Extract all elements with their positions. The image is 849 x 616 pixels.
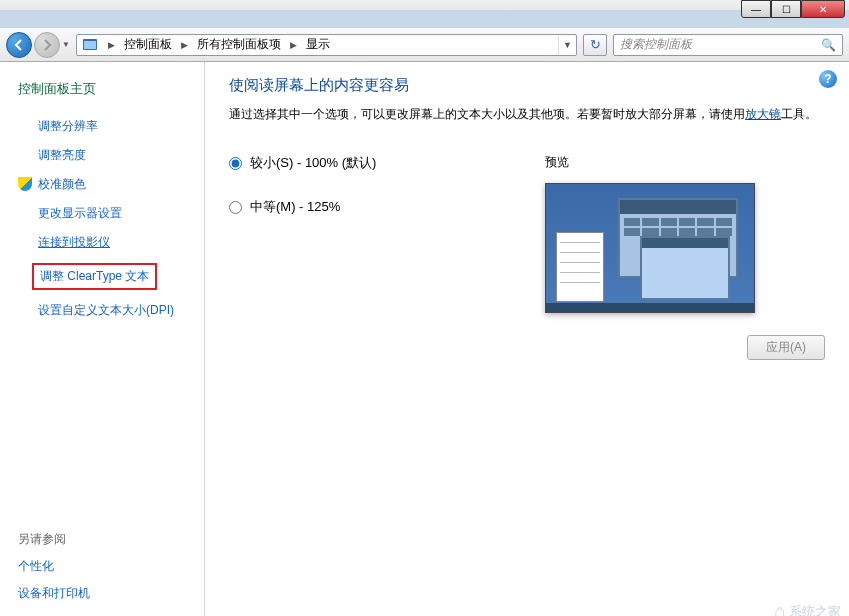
chevron-right-icon[interactable]: ▶	[176, 40, 193, 50]
refresh-button[interactable]: ↻	[583, 34, 607, 56]
address-bar[interactable]: ▶ 控制面板 ▶ 所有控制面板项 ▶ 显示 ▼	[76, 34, 577, 56]
preview-image	[545, 183, 755, 313]
sidebar-link-calibrate[interactable]: 校准颜色	[18, 176, 204, 193]
search-placeholder: 搜索控制面板	[620, 36, 821, 53]
chevron-right-icon[interactable]: ▶	[285, 40, 302, 50]
breadcrumb-item[interactable]: 控制面板	[120, 34, 176, 55]
see-also-devices[interactable]: 设备和打印机	[18, 585, 90, 602]
see-also-personalization[interactable]: 个性化	[18, 558, 90, 575]
watermark-logo-icon: ⌂	[774, 601, 785, 616]
apply-button[interactable]: 应用(A)	[747, 335, 825, 360]
breadcrumb: ▶ 控制面板 ▶ 所有控制面板项 ▶ 显示	[103, 34, 558, 55]
sidebar-link-display-settings[interactable]: 更改显示器设置	[18, 205, 204, 222]
chevron-right-icon[interactable]: ▶	[103, 40, 120, 50]
sidebar-link-brightness[interactable]: 调整亮度	[18, 147, 204, 164]
radio-smaller-input[interactable]	[229, 157, 242, 170]
history-dropdown-icon[interactable]: ▼	[62, 40, 70, 49]
page-title: 使阅读屏幕上的内容更容易	[229, 76, 825, 95]
content-area: ? 使阅读屏幕上的内容更容易 通过选择其中一个选项，可以更改屏幕上的文本大小以及…	[205, 62, 849, 616]
sidebar-link-cleartype[interactable]: 调整 ClearType 文本	[18, 263, 204, 290]
forward-button[interactable]	[34, 32, 60, 58]
svg-rect-1	[84, 41, 96, 49]
close-button[interactable]: ✕	[801, 0, 845, 18]
see-also-section: 另请参阅 个性化 设备和打印机	[18, 531, 90, 612]
breadcrumb-item[interactable]: 所有控制面板项	[193, 34, 285, 55]
page-description: 通过选择其中一个选项，可以更改屏幕上的文本大小以及其他项。若要暂时放大部分屏幕，…	[229, 105, 825, 124]
sidebar-links: 调整分辨率 调整亮度 校准颜色 更改显示器设置 连接到投影仪 调整 ClearT…	[18, 118, 204, 319]
sidebar-link-dpi[interactable]: 设置自定义文本大小(DPI)	[18, 302, 204, 319]
watermark: ⌂ 系统之家	[774, 601, 841, 616]
titlebar	[0, 0, 849, 10]
search-input[interactable]: 搜索控制面板 🔍	[613, 34, 843, 56]
help-icon[interactable]: ?	[819, 70, 837, 88]
preview-label: 预览	[545, 154, 825, 171]
minimize-button[interactable]: —	[741, 0, 771, 18]
back-button[interactable]	[6, 32, 32, 58]
location-icon	[81, 36, 99, 54]
navigation-bar: ▼ ▶ 控制面板 ▶ 所有控制面板项 ▶ 显示 ▼ ↻ 搜索控制面板 🔍	[0, 28, 849, 62]
sidebar-link-projector[interactable]: 连接到投影仪	[18, 234, 204, 251]
magnifier-link[interactable]: 放大镜	[745, 107, 781, 121]
sidebar: 控制面板主页 调整分辨率 调整亮度 校准颜色 更改显示器设置 连接到投影仪 调整…	[0, 62, 205, 616]
maximize-button[interactable]: ☐	[771, 0, 801, 18]
search-icon: 🔍	[821, 38, 836, 52]
radio-medium-input[interactable]	[229, 201, 242, 214]
address-dropdown-icon[interactable]: ▼	[558, 36, 576, 54]
radio-smaller[interactable]: 较小(S) - 100% (默认)	[229, 154, 525, 172]
sidebar-link-resolution[interactable]: 调整分辨率	[18, 118, 204, 135]
radio-medium[interactable]: 中等(M) - 125%	[229, 198, 525, 216]
see-also-title: 另请参阅	[18, 531, 90, 548]
control-panel-home-link[interactable]: 控制面板主页	[18, 80, 204, 98]
breadcrumb-item[interactable]: 显示	[302, 34, 334, 55]
